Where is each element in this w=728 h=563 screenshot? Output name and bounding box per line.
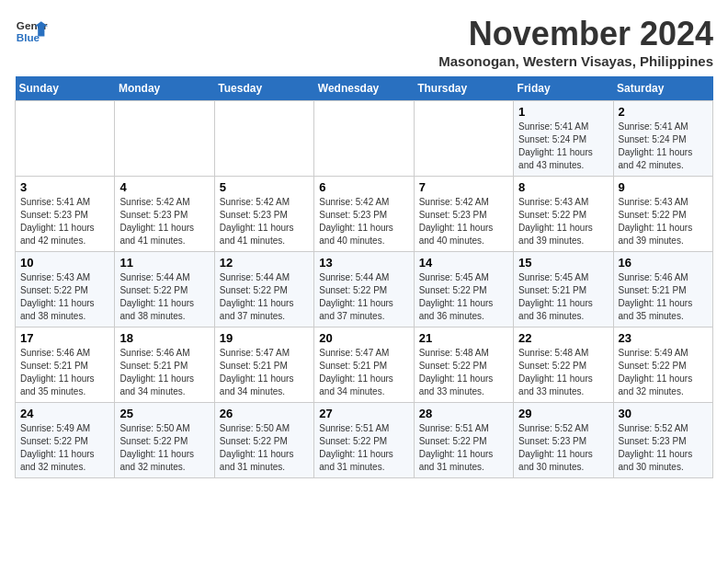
day-detail: Sunrise: 5:49 AM Sunset: 5:22 PM Dayligh…: [619, 347, 708, 398]
location-subtitle: Masonogan, Western Visayas, Philippines: [438, 53, 713, 69]
calendar-cell: [314, 101, 414, 177]
calendar-cell: 12Sunrise: 5:44 AM Sunset: 5:22 PM Dayli…: [214, 252, 313, 327]
week-row-3: 10Sunrise: 5:43 AM Sunset: 5:22 PM Dayli…: [16, 252, 713, 327]
day-detail: Sunrise: 5:46 AM Sunset: 5:21 PM Dayligh…: [20, 347, 109, 398]
day-detail: Sunrise: 5:46 AM Sunset: 5:21 PM Dayligh…: [619, 271, 708, 323]
day-detail: Sunrise: 5:52 AM Sunset: 5:23 PM Dayligh…: [619, 422, 708, 474]
calendar-cell: 25Sunrise: 5:50 AM Sunset: 5:22 PM Dayli…: [115, 403, 214, 478]
calendar-cell: 15Sunrise: 5:45 AM Sunset: 5:21 PM Dayli…: [514, 252, 613, 327]
day-number: 27: [319, 407, 408, 420]
weekday-header-wednesday: Wednesday: [314, 76, 414, 101]
calendar-table: SundayMondayTuesdayWednesdayThursdayFrid…: [15, 76, 713, 478]
day-number: 21: [419, 331, 508, 345]
day-detail: Sunrise: 5:51 AM Sunset: 5:22 PM Dayligh…: [319, 422, 408, 474]
logo-icon: General Blue: [15, 15, 48, 48]
day-number: 15: [518, 256, 608, 270]
calendar-cell: 6Sunrise: 5:42 AM Sunset: 5:23 PM Daylig…: [314, 177, 414, 252]
day-number: 1: [518, 105, 608, 119]
day-detail: Sunrise: 5:42 AM Sunset: 5:23 PM Dayligh…: [220, 196, 309, 247]
day-number: 25: [119, 407, 209, 420]
day-number: 28: [419, 407, 508, 420]
day-detail: Sunrise: 5:47 AM Sunset: 5:21 PM Dayligh…: [220, 347, 309, 398]
calendar-cell: [115, 101, 214, 177]
calendar-cell: 10Sunrise: 5:43 AM Sunset: 5:22 PM Dayli…: [16, 252, 115, 327]
calendar-cell: 17Sunrise: 5:46 AM Sunset: 5:21 PM Dayli…: [16, 327, 115, 403]
header: General Blue November 2024 Masonogan, We…: [15, 15, 713, 69]
day-detail: Sunrise: 5:50 AM Sunset: 5:22 PM Dayligh…: [119, 422, 209, 474]
day-detail: Sunrise: 5:45 AM Sunset: 5:22 PM Dayligh…: [419, 271, 508, 323]
day-number: 7: [419, 180, 508, 194]
day-detail: Sunrise: 5:43 AM Sunset: 5:22 PM Dayligh…: [518, 196, 608, 247]
week-row-5: 24Sunrise: 5:49 AM Sunset: 5:22 PM Dayli…: [16, 403, 713, 478]
day-number: 10: [20, 256, 109, 270]
calendar-cell: 13Sunrise: 5:44 AM Sunset: 5:22 PM Dayli…: [314, 252, 414, 327]
day-detail: Sunrise: 5:48 AM Sunset: 5:22 PM Dayligh…: [419, 347, 508, 398]
calendar-cell: 24Sunrise: 5:49 AM Sunset: 5:22 PM Dayli…: [16, 403, 115, 478]
day-number: 22: [518, 331, 608, 345]
week-row-1: 1Sunrise: 5:41 AM Sunset: 5:24 PM Daylig…: [16, 101, 713, 177]
day-detail: Sunrise: 5:49 AM Sunset: 5:22 PM Dayligh…: [20, 422, 109, 474]
month-title: November 2024: [438, 15, 713, 53]
day-number: 20: [319, 331, 408, 345]
calendar-cell: 8Sunrise: 5:43 AM Sunset: 5:22 PM Daylig…: [514, 177, 613, 252]
day-number: 5: [220, 180, 309, 194]
weekday-header-sunday: Sunday: [16, 76, 115, 101]
calendar-cell: 16Sunrise: 5:46 AM Sunset: 5:21 PM Dayli…: [613, 252, 712, 327]
day-detail: Sunrise: 5:52 AM Sunset: 5:23 PM Dayligh…: [518, 422, 608, 474]
day-detail: Sunrise: 5:48 AM Sunset: 5:22 PM Dayligh…: [518, 347, 608, 398]
calendar-cell: 7Sunrise: 5:42 AM Sunset: 5:23 PM Daylig…: [414, 177, 513, 252]
day-number: 13: [319, 256, 408, 270]
calendar-cell: 18Sunrise: 5:46 AM Sunset: 5:21 PM Dayli…: [115, 327, 214, 403]
day-detail: Sunrise: 5:50 AM Sunset: 5:22 PM Dayligh…: [220, 422, 309, 474]
svg-text:Blue: Blue: [17, 31, 40, 43]
day-number: 3: [20, 180, 109, 194]
day-detail: Sunrise: 5:42 AM Sunset: 5:23 PM Dayligh…: [419, 196, 508, 247]
weekday-header-thursday: Thursday: [414, 76, 513, 101]
calendar-cell: 4Sunrise: 5:42 AM Sunset: 5:23 PM Daylig…: [115, 177, 214, 252]
calendar-cell: 26Sunrise: 5:50 AM Sunset: 5:22 PM Dayli…: [214, 403, 313, 478]
calendar-cell: 29Sunrise: 5:52 AM Sunset: 5:23 PM Dayli…: [514, 403, 613, 478]
calendar-cell: [414, 101, 513, 177]
day-detail: Sunrise: 5:43 AM Sunset: 5:22 PM Dayligh…: [20, 271, 109, 323]
calendar-cell: 27Sunrise: 5:51 AM Sunset: 5:22 PM Dayli…: [314, 403, 414, 478]
calendar-cell: 1Sunrise: 5:41 AM Sunset: 5:24 PM Daylig…: [514, 101, 613, 177]
day-number: 18: [119, 331, 209, 345]
day-detail: Sunrise: 5:41 AM Sunset: 5:24 PM Dayligh…: [619, 121, 708, 172]
day-detail: Sunrise: 5:42 AM Sunset: 5:23 PM Dayligh…: [119, 196, 209, 247]
day-number: 8: [518, 180, 608, 194]
weekday-header-monday: Monday: [115, 76, 214, 101]
day-number: 14: [419, 256, 508, 270]
day-detail: Sunrise: 5:47 AM Sunset: 5:21 PM Dayligh…: [319, 347, 408, 398]
day-detail: Sunrise: 5:44 AM Sunset: 5:22 PM Dayligh…: [319, 271, 408, 323]
day-detail: Sunrise: 5:41 AM Sunset: 5:24 PM Dayligh…: [518, 121, 608, 172]
calendar-cell: 2Sunrise: 5:41 AM Sunset: 5:24 PM Daylig…: [613, 101, 712, 177]
calendar-cell: 9Sunrise: 5:43 AM Sunset: 5:22 PM Daylig…: [613, 177, 712, 252]
calendar-cell: 11Sunrise: 5:44 AM Sunset: 5:22 PM Dayli…: [115, 252, 214, 327]
day-number: 2: [619, 105, 708, 119]
day-number: 9: [619, 180, 708, 194]
calendar-cell: 14Sunrise: 5:45 AM Sunset: 5:22 PM Dayli…: [414, 252, 513, 327]
calendar-cell: 30Sunrise: 5:52 AM Sunset: 5:23 PM Dayli…: [613, 403, 712, 478]
calendar-cell: 28Sunrise: 5:51 AM Sunset: 5:22 PM Dayli…: [414, 403, 513, 478]
day-number: 24: [20, 407, 109, 420]
week-row-4: 17Sunrise: 5:46 AM Sunset: 5:21 PM Dayli…: [16, 327, 713, 403]
calendar-cell: [16, 101, 115, 177]
calendar-cell: 21Sunrise: 5:48 AM Sunset: 5:22 PM Dayli…: [414, 327, 513, 403]
day-number: 30: [619, 407, 708, 420]
day-number: 6: [319, 180, 408, 194]
day-number: 29: [518, 407, 608, 420]
day-number: 23: [619, 331, 708, 345]
day-number: 16: [619, 256, 708, 270]
day-number: 26: [220, 407, 309, 420]
calendar-cell: 23Sunrise: 5:49 AM Sunset: 5:22 PM Dayli…: [613, 327, 712, 403]
day-number: 4: [119, 180, 209, 194]
logo: General Blue: [15, 15, 48, 48]
day-number: 17: [20, 331, 109, 345]
title-area: November 2024 Masonogan, Western Visayas…: [438, 15, 713, 69]
calendar-cell: 5Sunrise: 5:42 AM Sunset: 5:23 PM Daylig…: [214, 177, 313, 252]
calendar-cell: 22Sunrise: 5:48 AM Sunset: 5:22 PM Dayli…: [514, 327, 613, 403]
day-detail: Sunrise: 5:43 AM Sunset: 5:22 PM Dayligh…: [619, 196, 708, 247]
weekday-header-tuesday: Tuesday: [214, 76, 313, 101]
weekday-header-saturday: Saturday: [613, 76, 712, 101]
calendar-cell: [214, 101, 313, 177]
